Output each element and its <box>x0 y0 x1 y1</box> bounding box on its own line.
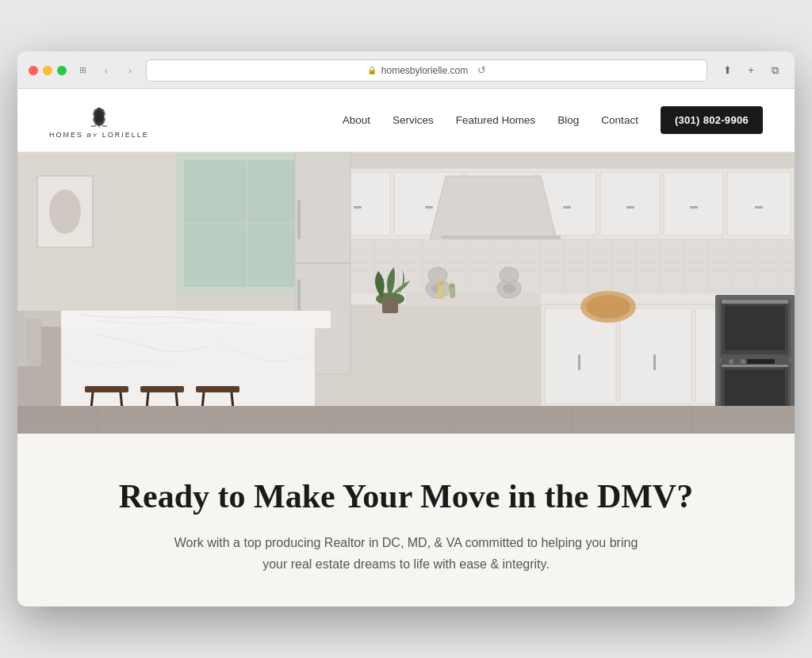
nav-featured-homes[interactable]: Featured Homes <box>456 114 536 126</box>
maximize-button[interactable] <box>57 66 67 75</box>
svg-rect-25 <box>600 172 660 235</box>
svg-rect-33 <box>690 206 698 208</box>
svg-rect-83 <box>747 359 775 364</box>
svg-rect-29 <box>425 206 433 208</box>
svg-rect-32 <box>626 206 634 208</box>
lock-icon: 🔒 <box>367 66 377 75</box>
main-headline: Ready to Make Your Move in the DMV? <box>49 477 763 515</box>
browser-actions: ⬆ + ⧉ <box>718 62 783 79</box>
reload-icon[interactable]: ↺ <box>477 64 486 76</box>
svg-rect-26 <box>664 172 723 235</box>
svg-point-90 <box>500 267 519 283</box>
phone-cta-button[interactable]: (301) 802-9906 <box>661 106 763 134</box>
svg-rect-74 <box>725 306 785 350</box>
svg-rect-110 <box>196 386 239 392</box>
new-tab-button[interactable]: + <box>742 62 760 79</box>
address-bar[interactable]: 🔒 homesbylorielle.com ↺ <box>146 59 707 82</box>
svg-point-88 <box>503 284 515 293</box>
logo[interactable]: HOMES by LORIELLE <box>49 101 149 139</box>
forward-button[interactable]: › <box>122 63 138 78</box>
content-section: Ready to Make Your Move in the DMV? Work… <box>17 434 795 606</box>
back-button[interactable]: ‹ <box>98 63 114 78</box>
svg-rect-98 <box>85 386 128 392</box>
svg-rect-68 <box>578 354 580 370</box>
nav-blog[interactable]: Blog <box>557 114 579 126</box>
close-button[interactable] <box>29 66 38 75</box>
share-button[interactable]: ⬆ <box>718 62 736 79</box>
hero-image <box>17 152 795 434</box>
tabs-button[interactable]: ⧉ <box>766 62 783 79</box>
url-text: homesbylorielle.com <box>381 65 468 76</box>
subtext: Work with a top producing Realtor in DC,… <box>160 533 652 575</box>
nav-services[interactable]: Services <box>393 114 434 126</box>
browser-window: ⊞ ‹ › 🔒 homesbylorielle.com ↺ ⬆ + ⧉ <box>17 52 795 606</box>
svg-marker-35 <box>430 176 557 239</box>
svg-rect-75 <box>722 300 788 304</box>
navigation: HOMES by LORIELLE About Services Feature… <box>17 89 795 152</box>
svg-rect-104 <box>140 386 184 392</box>
svg-point-89 <box>428 267 447 283</box>
svg-rect-124 <box>17 406 795 434</box>
svg-rect-13 <box>25 319 41 366</box>
svg-point-121 <box>450 283 455 287</box>
svg-point-119 <box>438 281 444 285</box>
svg-point-123 <box>586 295 630 319</box>
kitchen-illustration <box>17 152 795 434</box>
lotus-icon <box>79 101 119 129</box>
nav-links: About Services Featured Homes Blog Conta… <box>343 106 763 134</box>
nav-about[interactable]: About <box>343 114 370 126</box>
traffic-lights <box>29 66 67 75</box>
svg-rect-96 <box>61 311 331 328</box>
svg-rect-69 <box>653 354 656 370</box>
svg-rect-34 <box>755 206 763 208</box>
svg-point-10 <box>49 189 81 234</box>
svg-point-82 <box>741 359 745 364</box>
svg-rect-28 <box>354 206 362 208</box>
svg-rect-31 <box>563 206 571 208</box>
svg-rect-93 <box>297 200 301 239</box>
minimize-button[interactable] <box>43 66 52 75</box>
svg-rect-117 <box>382 297 398 313</box>
svg-rect-27 <box>727 172 791 235</box>
website-content: HOMES by LORIELLE About Services Feature… <box>17 89 795 606</box>
browser-chrome: ⊞ ‹ › 🔒 homesbylorielle.com ↺ ⬆ + ⧉ <box>17 52 795 89</box>
svg-point-81 <box>729 359 733 364</box>
logo-text: HOMES by LORIELLE <box>49 131 149 139</box>
window-control-icon[interactable]: ⊞ <box>75 63 90 78</box>
nav-contact[interactable]: Contact <box>601 114 638 126</box>
svg-rect-84 <box>406 293 541 306</box>
